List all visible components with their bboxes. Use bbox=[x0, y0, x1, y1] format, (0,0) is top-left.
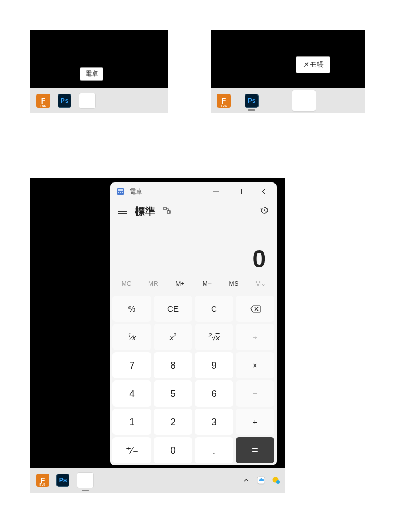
memory-add-button[interactable]: M+ bbox=[169, 280, 191, 288]
multiply-key[interactable]: × bbox=[236, 352, 274, 378]
desktop-area: メモ帳 bbox=[211, 30, 365, 88]
sqrt-key[interactable]: 2√x bbox=[195, 324, 233, 350]
running-indicator bbox=[248, 109, 255, 111]
fusion-f: F bbox=[41, 97, 46, 105]
history-icon[interactable] bbox=[260, 205, 269, 217]
minimize-button[interactable] bbox=[204, 182, 228, 201]
square-key[interactable]: x2 bbox=[154, 324, 192, 350]
svg-rect-2 bbox=[118, 192, 119, 193]
add-key[interactable]: + bbox=[236, 409, 274, 435]
fusion-sub: FUS bbox=[221, 104, 227, 107]
c-key[interactable]: C bbox=[195, 296, 233, 322]
calculator-window: 電卓 標準 0 MC bbox=[110, 182, 277, 465]
calculator-icon bbox=[117, 188, 124, 195]
svg-rect-0 bbox=[117, 188, 124, 195]
calculator-display: 0 bbox=[110, 222, 277, 274]
key-6[interactable]: 6 bbox=[195, 380, 233, 407]
tray-status-icon[interactable] bbox=[271, 475, 281, 485]
taskbar-icon-fusion[interactable]: F FUS bbox=[36, 474, 49, 487]
tray-expand-icon[interactable] bbox=[241, 475, 251, 485]
running-indicator bbox=[82, 490, 89, 491]
ce-key[interactable]: CE bbox=[154, 296, 192, 322]
taskbar: F FUS Ps bbox=[30, 88, 168, 113]
svg-rect-6 bbox=[237, 189, 242, 194]
memory-clear-button[interactable]: MC bbox=[116, 280, 137, 288]
taskbar-icon-fusion[interactable]: F FUS bbox=[217, 94, 231, 108]
tooltip-calculator: 電卓 bbox=[80, 67, 103, 81]
subtract-key[interactable]: − bbox=[236, 380, 274, 407]
equals-key[interactable]: = bbox=[236, 437, 274, 463]
close-button[interactable] bbox=[251, 182, 274, 201]
memory-store-button[interactable]: MS bbox=[223, 280, 245, 288]
memory-row: MC MR M+ M− MS M⌄ bbox=[110, 274, 277, 293]
taskbar-icon-photoshop[interactable]: Ps bbox=[58, 94, 71, 108]
memory-dropdown-button[interactable]: M⌄ bbox=[250, 280, 271, 288]
taskbar: F FUS Ps bbox=[30, 468, 285, 493]
backspace-key[interactable] bbox=[236, 296, 274, 322]
desktop-area: 電卓 bbox=[30, 30, 168, 88]
svg-rect-3 bbox=[120, 192, 121, 193]
key-8[interactable]: 8 bbox=[154, 352, 192, 378]
taskbar-icon-photoshop[interactable]: Ps bbox=[245, 94, 259, 108]
taskbar-icon-fusion[interactable]: F FUS bbox=[36, 94, 50, 108]
fusion-sub: FUS bbox=[40, 483, 46, 486]
hamburger-menu-icon[interactable] bbox=[118, 209, 127, 215]
preview-panel-calculator: 電卓 F FUS Ps bbox=[30, 30, 168, 113]
tray-onedrive-icon[interactable] bbox=[256, 475, 266, 485]
divide-key[interactable]: ÷ bbox=[236, 324, 274, 350]
decimal-key[interactable]: . bbox=[195, 437, 233, 463]
system-tray bbox=[241, 475, 281, 485]
key-4[interactable]: 4 bbox=[112, 380, 151, 407]
negate-key[interactable]: ⁺⁄₋ bbox=[112, 437, 151, 463]
svg-rect-4 bbox=[122, 192, 123, 193]
taskbar-icon-photoshop[interactable]: Ps bbox=[56, 474, 69, 487]
svg-rect-10 bbox=[167, 211, 170, 213]
reciprocal-key[interactable]: 1⁄x bbox=[112, 324, 151, 350]
desktop-area: 電卓 標準 0 MC bbox=[30, 178, 285, 468]
maximize-button[interactable] bbox=[228, 182, 251, 201]
taskbar: F FUS Ps bbox=[211, 88, 365, 113]
window-title: 電卓 bbox=[130, 187, 142, 196]
taskbar-icon-calculator-running[interactable] bbox=[77, 472, 94, 488]
keypad: % CE C 1⁄x x2 2√x ÷ 7 8 9 × 4 5 6 − 1 2 bbox=[110, 293, 277, 465]
titlebar[interactable]: 電卓 bbox=[110, 182, 277, 201]
fusion-sub: FUS bbox=[41, 104, 46, 107]
key-2[interactable]: 2 bbox=[154, 409, 192, 435]
key-3[interactable]: 3 bbox=[195, 409, 233, 435]
keep-on-top-icon[interactable] bbox=[163, 206, 171, 217]
memory-recall-button[interactable]: MR bbox=[142, 280, 164, 288]
key-5[interactable]: 5 bbox=[154, 380, 192, 407]
percent-key[interactable]: % bbox=[112, 296, 151, 322]
key-7[interactable]: 7 bbox=[112, 352, 151, 378]
key-1[interactable]: 1 bbox=[112, 409, 151, 435]
preview-panel-notepad: メモ帳 F FUS Ps bbox=[211, 30, 365, 113]
key-9[interactable]: 9 bbox=[195, 352, 233, 378]
svg-rect-1 bbox=[118, 189, 123, 191]
mode-bar: 標準 bbox=[110, 201, 277, 222]
key-0[interactable]: 0 bbox=[154, 437, 192, 463]
taskbar-icon-blank[interactable] bbox=[292, 90, 316, 112]
mode-label: 標準 bbox=[135, 204, 155, 218]
svg-rect-9 bbox=[164, 207, 166, 210]
fusion-f: F bbox=[222, 97, 227, 105]
taskbar-icon-blank[interactable] bbox=[79, 93, 96, 109]
svg-point-15 bbox=[276, 480, 280, 484]
memory-subtract-button[interactable]: M− bbox=[196, 280, 217, 288]
tooltip-notepad: メモ帳 bbox=[296, 56, 330, 73]
desktop-panel-large: 電卓 標準 0 MC bbox=[30, 178, 285, 493]
